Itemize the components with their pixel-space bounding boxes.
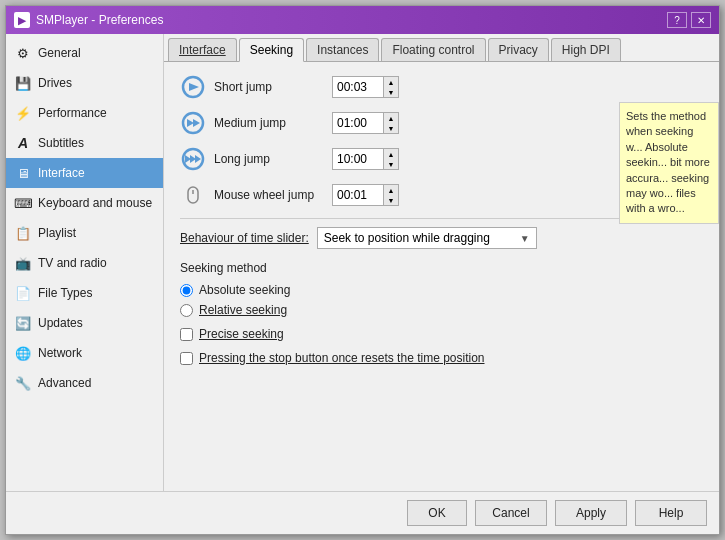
svg-marker-8 bbox=[195, 155, 201, 163]
help-footer-button[interactable]: Help bbox=[635, 500, 707, 526]
content-area: ⚙ General 💾 Drives ⚡ Performance A Subti… bbox=[6, 34, 719, 491]
short-jump-row: Short jump ▲ ▼ bbox=[180, 74, 703, 100]
short-jump-icon bbox=[180, 74, 206, 100]
behaviour-dropdown[interactable]: Seek to position while dragging ▼ bbox=[317, 227, 537, 249]
stop-button-label: Pressing the stop button once resets the… bbox=[199, 351, 485, 365]
short-jump-spinner: ▲ ▼ bbox=[383, 77, 398, 97]
sidebar-item-performance[interactable]: ⚡ Performance bbox=[6, 98, 163, 128]
seeking-tab-content: Short jump ▲ ▼ bbox=[164, 62, 719, 491]
sidebar-label-network: Network bbox=[38, 346, 82, 360]
long-jump-down[interactable]: ▼ bbox=[384, 159, 398, 169]
svg-marker-3 bbox=[187, 119, 194, 127]
keyboard-icon: ⌨ bbox=[14, 194, 32, 212]
short-jump-label: Short jump bbox=[214, 80, 324, 94]
mouse-wheel-input[interactable] bbox=[333, 186, 383, 204]
tab-seeking[interactable]: Seeking bbox=[239, 38, 304, 62]
mouse-wheel-up[interactable]: ▲ bbox=[384, 185, 398, 195]
medium-jump-icon bbox=[180, 110, 206, 136]
performance-icon: ⚡ bbox=[14, 104, 32, 122]
tab-high-dpi[interactable]: High DPI bbox=[551, 38, 621, 61]
sidebar-item-network[interactable]: 🌐 Network bbox=[6, 338, 163, 368]
stop-button-row: Pressing the stop button once resets the… bbox=[180, 351, 703, 365]
precise-seeking-checkbox[interactable] bbox=[180, 328, 193, 341]
sidebar-label-subtitles: Subtitles bbox=[38, 136, 84, 150]
advanced-icon: 🔧 bbox=[14, 374, 32, 392]
sidebar-label-performance: Performance bbox=[38, 106, 107, 120]
stop-button-checkbox[interactable] bbox=[180, 352, 193, 365]
seeking-method-label: Seeking method bbox=[180, 261, 703, 275]
sidebar-label-advanced: Advanced bbox=[38, 376, 91, 390]
main-panel: Interface Seeking Instances Floating con… bbox=[164, 34, 719, 491]
preferences-window: ▶ SMPlayer - Preferences ? ✕ ⚙ General 💾… bbox=[5, 5, 720, 535]
tooltip-text: Sets the method when seeking w... Absolu… bbox=[626, 110, 710, 214]
cancel-button[interactable]: Cancel bbox=[475, 500, 547, 526]
sidebar-item-drives[interactable]: 💾 Drives bbox=[6, 68, 163, 98]
short-jump-up[interactable]: ▲ bbox=[384, 77, 398, 87]
long-jump-label: Long jump bbox=[214, 152, 324, 166]
tab-floating-control[interactable]: Floating control bbox=[381, 38, 485, 61]
sidebar-label-filetypes: File Types bbox=[38, 286, 92, 300]
short-jump-input-group: ▲ ▼ bbox=[332, 76, 399, 98]
close-button[interactable]: ✕ bbox=[691, 12, 711, 28]
svg-rect-9 bbox=[188, 187, 198, 203]
sidebar-label-playlist: Playlist bbox=[38, 226, 76, 240]
subtitles-icon: A bbox=[14, 134, 32, 152]
playlist-icon: 📋 bbox=[14, 224, 32, 242]
tab-instances[interactable]: Instances bbox=[306, 38, 379, 61]
sidebar-item-keyboard[interactable]: ⌨ Keyboard and mouse bbox=[6, 188, 163, 218]
sidebar-label-interface: Interface bbox=[38, 166, 85, 180]
long-jump-input[interactable] bbox=[333, 150, 383, 168]
sidebar-item-tvradio[interactable]: 📺 TV and radio bbox=[6, 248, 163, 278]
medium-jump-up[interactable]: ▲ bbox=[384, 113, 398, 123]
tooltip-panel: Sets the method when seeking w... Absolu… bbox=[619, 102, 719, 224]
help-button[interactable]: ? bbox=[667, 12, 687, 28]
tab-interface[interactable]: Interface bbox=[168, 38, 237, 61]
absolute-seeking-label: Absolute seeking bbox=[199, 283, 290, 297]
drives-icon: 💾 bbox=[14, 74, 32, 92]
long-jump-up[interactable]: ▲ bbox=[384, 149, 398, 159]
updates-icon: 🔄 bbox=[14, 314, 32, 332]
sidebar-label-updates: Updates bbox=[38, 316, 83, 330]
long-jump-icon bbox=[180, 146, 206, 172]
tvradio-icon: 📺 bbox=[14, 254, 32, 272]
interface-icon: 🖥 bbox=[14, 164, 32, 182]
medium-jump-down[interactable]: ▼ bbox=[384, 123, 398, 133]
ok-button[interactable]: OK bbox=[407, 500, 467, 526]
sidebar-item-updates[interactable]: 🔄 Updates bbox=[6, 308, 163, 338]
long-jump-input-group: ▲ ▼ bbox=[332, 148, 399, 170]
precise-seeking-label: Precise seeking bbox=[199, 327, 284, 341]
title-bar: ▶ SMPlayer - Preferences ? ✕ bbox=[6, 6, 719, 34]
short-jump-input[interactable] bbox=[333, 78, 383, 96]
relative-seeking-row: Relative seeking bbox=[180, 303, 703, 317]
medium-jump-input-group: ▲ ▼ bbox=[332, 112, 399, 134]
window-title: SMPlayer - Preferences bbox=[36, 13, 163, 27]
mouse-wheel-spinner: ▲ ▼ bbox=[383, 185, 398, 205]
sidebar-item-interface[interactable]: 🖥 Interface bbox=[6, 158, 163, 188]
short-jump-down[interactable]: ▼ bbox=[384, 87, 398, 97]
sidebar-label-keyboard: Keyboard and mouse bbox=[38, 196, 152, 210]
svg-marker-4 bbox=[193, 119, 200, 127]
medium-jump-label: Medium jump bbox=[214, 116, 324, 130]
filetypes-icon: 📄 bbox=[14, 284, 32, 302]
sidebar-item-advanced[interactable]: 🔧 Advanced bbox=[6, 368, 163, 398]
footer: OK Cancel Apply Help bbox=[6, 491, 719, 534]
sidebar-item-subtitles[interactable]: A Subtitles bbox=[6, 128, 163, 158]
sidebar-label-drives: Drives bbox=[38, 76, 72, 90]
behaviour-dropdown-value: Seek to position while dragging bbox=[324, 231, 516, 245]
sidebar-item-general[interactable]: ⚙ General bbox=[6, 38, 163, 68]
relative-seeking-radio[interactable] bbox=[180, 304, 193, 317]
app-icon: ▶ bbox=[14, 12, 30, 28]
sidebar-item-playlist[interactable]: 📋 Playlist bbox=[6, 218, 163, 248]
absolute-seeking-radio[interactable] bbox=[180, 284, 193, 297]
sidebar-item-filetypes[interactable]: 📄 File Types bbox=[6, 278, 163, 308]
medium-jump-spinner: ▲ ▼ bbox=[383, 113, 398, 133]
medium-jump-input[interactable] bbox=[333, 114, 383, 132]
behaviour-label: Behaviour of time slider: bbox=[180, 231, 309, 245]
title-controls: ? ✕ bbox=[667, 12, 711, 28]
mouse-wheel-down[interactable]: ▼ bbox=[384, 195, 398, 205]
tab-privacy[interactable]: Privacy bbox=[488, 38, 549, 61]
svg-marker-1 bbox=[189, 83, 199, 91]
relative-seeking-label: Relative seeking bbox=[199, 303, 287, 317]
precise-seeking-row: Precise seeking bbox=[180, 327, 703, 341]
apply-button[interactable]: Apply bbox=[555, 500, 627, 526]
